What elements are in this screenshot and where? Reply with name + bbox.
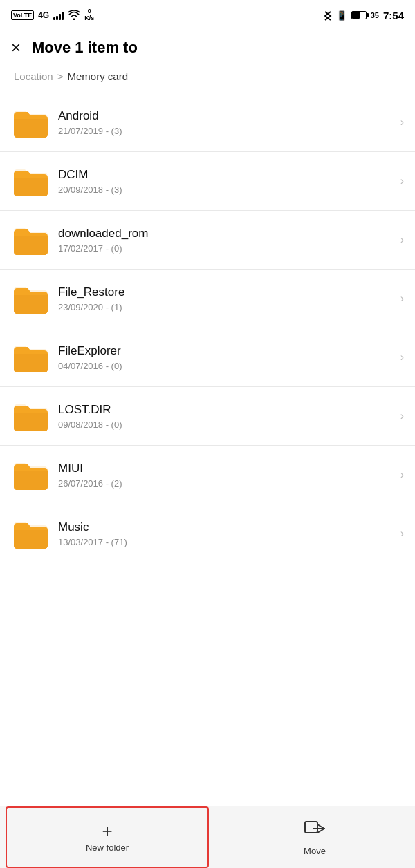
folder-icon xyxy=(11,279,50,318)
list-item[interactable]: FileExplorer 04/07/2016 - (0) › xyxy=(0,328,415,387)
folder-name: LOST.DIR xyxy=(58,402,395,417)
move-label: Move xyxy=(304,846,326,856)
list-item[interactable]: DCIM 20/09/2018 - (3) › xyxy=(0,152,415,211)
folder-icon xyxy=(11,397,50,435)
bluetooth-icon xyxy=(324,9,332,21)
folder-name: Music xyxy=(58,520,395,535)
folder-meta: 21/07/2019 - (3) xyxy=(58,126,395,136)
list-item[interactable]: Music 13/03/2017 - (71) › xyxy=(0,504,415,563)
svg-rect-0 xyxy=(305,822,317,833)
folder-info: Music 13/03/2017 - (71) xyxy=(50,520,395,547)
folder-meta: 26/07/2016 - (2) xyxy=(58,478,395,489)
folder-name: FileExplorer xyxy=(58,343,395,359)
folder-name: DCIM xyxy=(58,167,395,182)
battery-icon xyxy=(351,11,367,19)
folder-icon xyxy=(11,162,50,200)
folder-info: LOST.DIR 09/08/2018 - (0) xyxy=(50,402,395,429)
volte-badge: VoLTE xyxy=(11,10,34,20)
chevron-right-icon: › xyxy=(400,292,404,305)
close-button[interactable]: × xyxy=(11,39,21,56)
breadcrumb-location[interactable]: Location xyxy=(14,70,53,82)
folder-info: FileExplorer 04/07/2016 - (0) xyxy=(50,343,395,370)
folder-meta: 13/03/2017 - (71) xyxy=(58,537,395,547)
new-folder-icon: + xyxy=(102,822,112,840)
folder-icon xyxy=(11,103,50,142)
device-icon: 📱 xyxy=(336,10,347,21)
list-item[interactable]: Android 21/07/2019 - (3) › xyxy=(0,93,415,152)
folder-info: MIUI 26/07/2016 - (2) xyxy=(50,461,395,488)
folder-name: downloaded_rom xyxy=(58,226,395,241)
battery-percent: 35 xyxy=(371,11,379,19)
wifi-icon xyxy=(68,10,80,20)
chevron-right-icon: › xyxy=(400,527,404,540)
data-speed: 0 K/s xyxy=(84,8,94,22)
new-folder-label: New folder xyxy=(86,842,129,853)
chevron-right-icon: › xyxy=(400,116,404,129)
folder-info: File_Restore 23/09/2020 - (1) xyxy=(50,285,395,312)
breadcrumb-separator: > xyxy=(57,70,64,82)
list-item[interactable]: downloaded_rom 17/02/2017 - (0) › xyxy=(0,211,415,270)
folder-icon xyxy=(11,338,50,377)
folder-icon xyxy=(11,455,50,494)
header: × Move 1 item to xyxy=(0,30,415,68)
folder-icon xyxy=(11,220,50,259)
folder-name: MIUI xyxy=(58,461,395,476)
breadcrumb-current: Memory card xyxy=(67,70,128,82)
folder-meta: 04/07/2016 - (0) xyxy=(58,361,395,371)
folder-meta: 09/08/2018 - (0) xyxy=(58,419,395,430)
list-item[interactable]: MIUI 26/07/2016 - (2) › xyxy=(0,446,415,504)
chevron-right-icon: › xyxy=(400,469,404,481)
move-icon xyxy=(304,819,326,843)
folder-name: File_Restore xyxy=(58,285,395,300)
new-folder-button[interactable]: + New folder xyxy=(6,806,209,868)
network-type: 4G xyxy=(38,10,49,20)
breadcrumb: Location > Memory card xyxy=(0,68,415,93)
page-title: Move 1 item to xyxy=(32,39,138,57)
folder-meta: 23/09/2020 - (1) xyxy=(58,302,395,312)
chevron-right-icon: › xyxy=(400,410,404,422)
chevron-right-icon: › xyxy=(400,351,404,364)
chevron-right-icon: › xyxy=(400,175,404,187)
signal-bars xyxy=(53,10,64,20)
folder-name: Android xyxy=(58,108,395,124)
folder-list: Android 21/07/2019 - (3) › DCIM 20/09/20… xyxy=(0,93,415,563)
status-bar: VoLTE 4G 0 K/s 📱 35 7:54 xyxy=(0,0,415,30)
folder-info: Android 21/07/2019 - (3) xyxy=(50,108,395,135)
list-item[interactable]: LOST.DIR 09/08/2018 - (0) › xyxy=(0,387,415,446)
clock: 7:54 xyxy=(383,10,404,21)
bottom-bar: + New folder Move xyxy=(0,806,415,868)
folder-icon xyxy=(11,514,50,553)
chevron-right-icon: › xyxy=(400,234,404,246)
folder-info: downloaded_rom 17/02/2017 - (0) xyxy=(50,226,395,253)
move-button[interactable]: Move xyxy=(214,806,415,868)
list-item[interactable]: File_Restore 23/09/2020 - (1) › xyxy=(0,270,415,328)
folder-info: DCIM 20/09/2018 - (3) xyxy=(50,167,395,194)
folder-meta: 20/09/2018 - (3) xyxy=(58,185,395,195)
folder-meta: 17/02/2017 - (0) xyxy=(58,243,395,254)
